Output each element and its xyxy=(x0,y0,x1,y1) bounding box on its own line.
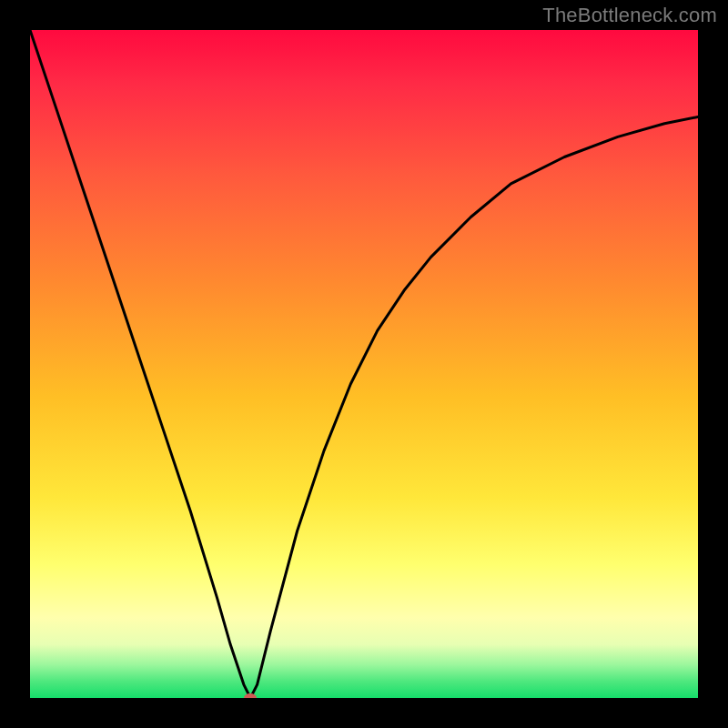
chart-frame: TheBottleneck.com xyxy=(0,0,728,728)
watermark-text: TheBottleneck.com xyxy=(542,4,717,27)
plot-area xyxy=(30,30,698,698)
bottleneck-curve xyxy=(30,30,698,698)
minimum-marker xyxy=(244,693,257,698)
curve-path xyxy=(30,30,698,698)
